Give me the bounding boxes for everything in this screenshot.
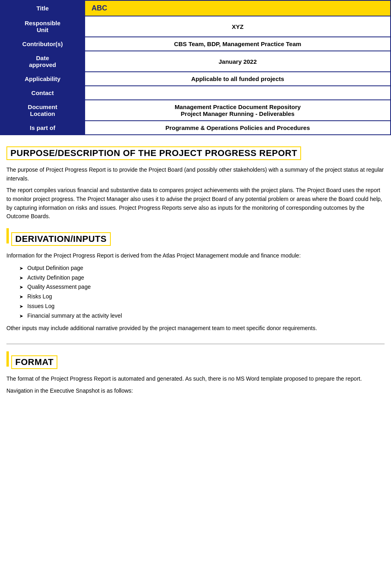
list-item-derivation-5: Financial summary at the activity level [19, 311, 385, 321]
section-format: FORMATThe format of the Project Progress… [6, 351, 385, 395]
section-para-derivation-0: Information for the Project Progress Rep… [6, 251, 385, 260]
section-para-format-0: The format of the Project Progress Repor… [6, 375, 385, 383]
section-left-bar-format [6, 351, 9, 367]
header-value-1: XYZ [85, 16, 391, 37]
section-heading-wrapper-format: FORMAT [6, 351, 385, 373]
header-value-5 [85, 86, 391, 100]
header-value-2: CBS Team, BDP, Management Practice Team [85, 37, 391, 51]
list-item-derivation-2: Quality Assessment page [19, 282, 385, 292]
section-heading-wrapper-derivation: DERIVATION/INPUTS [6, 228, 385, 250]
header-label-2: Contributor(s) [0, 37, 85, 51]
section-heading-format: FORMAT [11, 355, 57, 369]
content-area: PURPOSE/DESCRIPTION OF THE PROJECT PROGR… [0, 135, 391, 395]
header-value-7: Programme & Operations Policies and Proc… [85, 121, 391, 135]
list-item-derivation-1: Activity Definition page [19, 273, 385, 283]
section-heading-purpose: PURPOSE/DESCRIPTION OF THE PROJECT PROGR… [6, 146, 301, 160]
section-derivation: DERIVATION/INPUTSInformation for the Pro… [6, 228, 385, 333]
header-value-3: January 2022 [85, 51, 391, 72]
section-list-derivation: Output Definition pageActivity Definitio… [19, 264, 385, 321]
header-label-1: Responsible Unit [0, 16, 85, 37]
section-para-purpose-1: The report compiles various financial an… [6, 186, 385, 221]
header-label-4: Applicability [0, 72, 85, 86]
header-value-6: Management Practice Document Repository … [85, 100, 391, 121]
section-divider [6, 344, 385, 344]
header-label-0: Title [0, 0, 85, 16]
section-heading-derivation: DERIVATION/INPUTS [11, 232, 111, 246]
section-after-para-derivation-0: Other inputs may include additional narr… [6, 324, 385, 333]
section-para-format-1: Navigation in the Executive Snapshot is … [6, 387, 385, 395]
list-item-derivation-4: Issues Log [19, 302, 385, 311]
section-heading-wrapper-purpose: PURPOSE/DESCRIPTION OF THE PROJECT PROGR… [6, 142, 385, 164]
header-table: TitleABCResponsible UnitXYZContributor(s… [0, 0, 391, 135]
list-item-derivation-0: Output Definition page [19, 264, 385, 273]
header-label-5: Contact [0, 86, 85, 100]
section-para-purpose-0: The purpose of Project Progress Report i… [6, 166, 385, 183]
header-label-3: Date approved [0, 51, 85, 72]
list-item-derivation-3: Risks Log [19, 292, 385, 302]
header-label-6: Document Location [0, 100, 85, 121]
section-left-bar-derivation [6, 228, 9, 243]
section-purpose: PURPOSE/DESCRIPTION OF THE PROJECT PROGR… [6, 142, 385, 221]
header-value-4: Applicable to all funded projects [85, 72, 391, 86]
header-label-7: Is part of [0, 121, 85, 135]
header-value-0: ABC [85, 0, 391, 16]
